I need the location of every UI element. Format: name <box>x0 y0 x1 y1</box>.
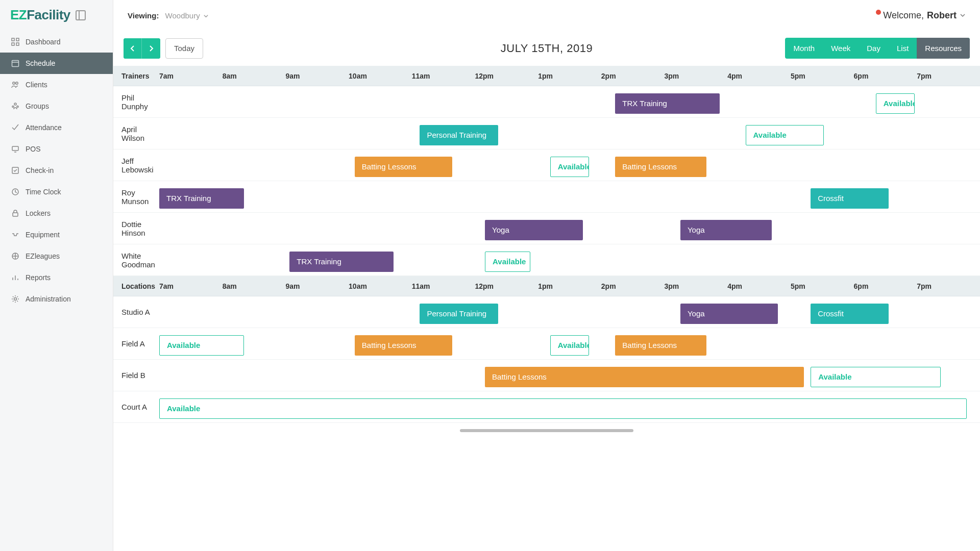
event-available[interactable]: Available <box>550 157 590 177</box>
event-available[interactable]: Available <box>550 335 590 356</box>
event-yoga[interactable]: Yoga <box>680 220 772 240</box>
svg-point-6 <box>16 82 18 84</box>
event-batting[interactable]: Batting Lessons <box>485 367 804 387</box>
row-track[interactable]: AvailableBatting LessonsAvailableBatting… <box>159 333 980 355</box>
row-track[interactable]: YogaYoga <box>159 218 980 239</box>
event-batting[interactable]: Batting Lessons <box>355 335 452 356</box>
leagues-icon <box>11 252 19 260</box>
event-available[interactable]: Available <box>811 367 941 387</box>
svg-rect-13 <box>13 213 18 216</box>
welcome-user[interactable]: Welcome, Robert <box>876 10 966 21</box>
svg-rect-10 <box>12 146 18 151</box>
sidebar-item-label: Clients <box>26 81 47 89</box>
event-crossfit[interactable]: Crossfit <box>811 188 889 209</box>
event-batting[interactable]: Batting Lessons <box>615 335 706 356</box>
sidebar-item-groups[interactable]: Groups <box>0 95 113 117</box>
tab-month[interactable]: Month <box>785 38 823 59</box>
row-track[interactable]: Available <box>159 396 980 418</box>
sidebar-item-checkin[interactable]: Check-in <box>0 160 113 181</box>
sidebar-collapse-icon[interactable] <box>76 10 86 20</box>
user-name: Robert <box>927 10 957 21</box>
viewing-selector[interactable]: Viewing: Woodbury <box>128 11 209 20</box>
event-personal[interactable]: Personal Training <box>420 304 498 324</box>
event-personal[interactable]: Personal Training <box>420 125 498 145</box>
lock-icon <box>11 209 19 217</box>
sidebar-item-administration[interactable]: Administration <box>0 288 113 310</box>
svg-point-7 <box>14 103 16 105</box>
tab-list[interactable]: List <box>889 38 917 59</box>
tab-week[interactable]: Week <box>823 38 859 59</box>
event-batting[interactable]: Batting Lessons <box>615 157 706 177</box>
sidebar-item-dashboard[interactable]: Dashboard <box>0 31 113 53</box>
event-available[interactable]: Available <box>485 252 530 272</box>
time-label: 2pm <box>601 72 665 80</box>
time-label: 7pm <box>917 282 980 290</box>
event-available[interactable]: Available <box>746 125 824 145</box>
sidebar: EZFacility Dashboard Schedule Clients Gr… <box>0 0 113 551</box>
sidebar-item-label: Time Clock <box>26 188 61 196</box>
event-trx[interactable]: TRX Training <box>289 252 394 272</box>
sidebar-item-label: Schedule <box>26 59 55 67</box>
event-available[interactable]: Available <box>159 398 967 419</box>
time-label: 4pm <box>727 282 791 290</box>
svg-point-9 <box>17 106 18 107</box>
row-track[interactable]: TRX TrainingAvailable <box>159 249 980 271</box>
sidebar-item-pos[interactable]: POS <box>0 138 113 160</box>
next-button[interactable] <box>142 38 160 59</box>
location-row: Studio APersonal TrainingYogaCrossfit <box>113 296 980 328</box>
sidebar-item-lockers[interactable]: Lockers <box>0 203 113 224</box>
locations-header-row: Locations 7am8am9am10am11am12pm1pm2pm3pm… <box>113 276 980 296</box>
sidebar-item-timeclock[interactable]: Time Clock <box>0 181 113 203</box>
time-label: 9am <box>285 72 349 80</box>
row-label: Field A <box>113 339 159 348</box>
checkin-icon <box>11 166 19 174</box>
today-button[interactable]: Today <box>165 38 203 59</box>
event-trx[interactable]: TRX Training <box>615 93 719 114</box>
time-label: 3pm <box>665 282 728 290</box>
trainers-header-label: Trainers <box>113 72 159 80</box>
sidebar-item-clients[interactable]: Clients <box>0 74 113 95</box>
pos-icon <box>11 145 19 153</box>
viewing-label: Viewing: <box>128 11 159 20</box>
sidebar-item-label: EZleagues <box>26 252 60 260</box>
location-row: Field AAvailableBatting LessonsAvailable… <box>113 328 980 360</box>
row-track[interactable]: Batting LessonsAvailable <box>159 365 980 386</box>
event-available[interactable]: Available <box>159 335 244 356</box>
row-label: Studio A <box>113 308 159 316</box>
row-track[interactable]: Personal TrainingYogaCrossfit <box>159 302 980 323</box>
event-crossfit[interactable]: Crossfit <box>811 304 889 324</box>
row-label: Court A <box>113 403 159 411</box>
tab-day[interactable]: Day <box>859 38 889 59</box>
svg-rect-3 <box>16 43 19 45</box>
topbar: Viewing: Woodbury Welcome, Robert <box>113 0 980 31</box>
time-label: 1pm <box>538 282 601 290</box>
row-track[interactable]: TRX TrainingAvailable <box>159 91 980 113</box>
prev-button[interactable] <box>124 38 142 59</box>
trainer-row: Roy MunsonTRX TrainingCrossfit <box>113 181 980 213</box>
event-available[interactable]: Available <box>876 93 915 114</box>
event-trx[interactable]: TRX Training <box>159 188 244 209</box>
date-nav-arrows <box>124 38 160 59</box>
sidebar-item-attendance[interactable]: Attendance <box>0 117 113 138</box>
row-track[interactable]: Personal TrainingAvailable <box>159 123 980 144</box>
row-track[interactable]: TRX TrainingCrossfit <box>159 186 980 208</box>
sidebar-item-equipment[interactable]: Equipment <box>0 224 113 245</box>
sidebar-item-label: Attendance <box>26 123 62 132</box>
schedule-grid: Trainers 7am8am9am10am11am12pm1pm2pm3pm4… <box>113 66 980 432</box>
time-label: 3pm <box>665 72 728 80</box>
svg-point-8 <box>12 106 14 107</box>
notification-dot-icon <box>876 10 881 15</box>
time-label: 11am <box>412 282 475 290</box>
tab-resources[interactable]: Resources <box>917 38 970 59</box>
event-yoga[interactable]: Yoga <box>485 220 582 240</box>
sidebar-item-schedule[interactable]: Schedule <box>0 53 113 74</box>
sidebar-item-ezleagues[interactable]: EZleagues <box>0 245 113 267</box>
event-yoga[interactable]: Yoga <box>680 304 778 324</box>
sidebar-nav: Dashboard Schedule Clients Groups Attend… <box>0 31 113 310</box>
row-label: Field B <box>113 371 159 380</box>
sidebar-item-reports[interactable]: Reports <box>0 267 113 288</box>
row-track[interactable]: Batting LessonsAvailableBatting Lessons <box>159 155 980 176</box>
event-batting[interactable]: Batting Lessons <box>355 157 452 177</box>
location-row: Court AAvailable <box>113 391 980 423</box>
horizontal-scrollbar[interactable] <box>460 429 633 432</box>
